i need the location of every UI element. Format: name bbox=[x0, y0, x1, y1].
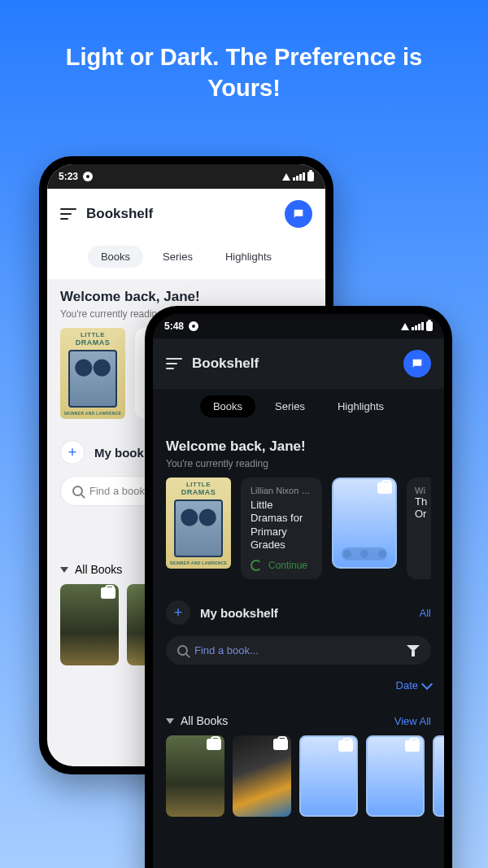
book-thumb[interactable] bbox=[366, 735, 425, 817]
progress-spinner-icon bbox=[251, 560, 262, 571]
wifi-icon bbox=[282, 173, 290, 181]
my-bookshelf-title: My bookshelf bbox=[200, 606, 410, 620]
search-bar[interactable]: Find a book... bbox=[166, 636, 431, 665]
book-badge-icon bbox=[377, 482, 392, 494]
search-placeholder: Find a book... bbox=[194, 644, 400, 656]
statusbar: 5:23 bbox=[47, 164, 325, 189]
cover-art bbox=[68, 350, 117, 408]
dark-screen: 5:48 Bookshelf Books Series Highlights W… bbox=[153, 314, 444, 868]
menu-icon[interactable] bbox=[60, 208, 76, 220]
search-icon bbox=[177, 645, 188, 656]
tab-series[interactable]: Series bbox=[262, 395, 318, 417]
continue-row[interactable]: Continue bbox=[251, 560, 312, 571]
my-bookshelf-row: + My bookshelf All bbox=[166, 600, 431, 625]
card-author: Lillian Nixon Lawre... bbox=[251, 486, 312, 495]
battery-icon bbox=[307, 172, 314, 181]
app-header: Bookshelf bbox=[47, 189, 325, 239]
cover-line1: LITTLE bbox=[186, 481, 211, 488]
peek-author: Wi bbox=[415, 486, 431, 495]
sort-row[interactable]: Date bbox=[166, 679, 431, 691]
caret-icon bbox=[166, 718, 174, 724]
cover-line1: LITTLE bbox=[81, 331, 105, 338]
header-title: Bookshelf bbox=[192, 355, 394, 372]
tab-series[interactable]: Series bbox=[150, 246, 206, 268]
header-title: Bookshelf bbox=[86, 206, 275, 222]
cover-art bbox=[174, 499, 223, 557]
status-app-icon bbox=[83, 172, 93, 181]
tabs: Books Series Highlights bbox=[47, 239, 325, 279]
book-cover-device[interactable] bbox=[332, 478, 397, 569]
reading-row: LITTLE DRAMAS SKINNER AND LAWRENCE Lilli… bbox=[166, 478, 431, 579]
add-book-button[interactable]: + bbox=[166, 600, 190, 625]
status-app-icon bbox=[189, 321, 198, 331]
cover-line2: DRAMAS bbox=[76, 338, 111, 347]
tab-books[interactable]: Books bbox=[200, 395, 255, 417]
chevron-down-icon bbox=[421, 678, 433, 689]
continue-label: Continue bbox=[268, 560, 307, 571]
tab-books[interactable]: Books bbox=[88, 246, 143, 268]
all-books-title: All Books bbox=[181, 714, 388, 727]
cover-publisher: SKINNER AND LAWRENCE bbox=[64, 411, 122, 416]
welcome-text: Welcome back, Jane! bbox=[60, 289, 312, 305]
statusbar: 5:48 bbox=[153, 314, 444, 338]
tab-highlights[interactable]: Highlights bbox=[325, 395, 397, 417]
hero-title: Light or Dark. The Preference is Yours! bbox=[0, 0, 488, 103]
book-thumb[interactable] bbox=[166, 735, 224, 817]
menu-icon[interactable] bbox=[166, 358, 182, 369]
app-header: Bookshelf bbox=[153, 338, 444, 389]
cover-publisher: SKINNER AND LAWRENCE bbox=[170, 560, 228, 565]
book-badge-icon bbox=[405, 740, 420, 752]
reading-card-peek[interactable]: Wi Th Or bbox=[407, 478, 431, 579]
book-cover-little-dramas[interactable]: LITTLE DRAMAS SKINNER AND LAWRENCE bbox=[60, 328, 125, 419]
battery-icon bbox=[426, 321, 433, 331]
status-time: 5:23 bbox=[59, 171, 78, 182]
cover-line2: DRAMAS bbox=[181, 488, 216, 496]
book-thumb[interactable] bbox=[299, 735, 358, 817]
view-all-link[interactable]: View All bbox=[394, 715, 431, 727]
book-thumb[interactable] bbox=[233, 735, 291, 817]
book-badge-icon bbox=[273, 739, 288, 750]
signal-icon bbox=[293, 172, 305, 181]
currently-reading-label: You're currently reading bbox=[166, 458, 431, 469]
card-title: Little Dramas for Primary Grades bbox=[251, 499, 312, 552]
all-books-row[interactable]: All Books View All bbox=[166, 714, 431, 727]
book-badge-icon bbox=[101, 587, 115, 599]
all-link[interactable]: All bbox=[420, 607, 431, 619]
peek-title-2: Or bbox=[415, 508, 431, 520]
signal-icon bbox=[412, 322, 424, 330]
caret-icon bbox=[60, 567, 68, 573]
reading-card[interactable]: Lillian Nixon Lawre... Little Dramas for… bbox=[241, 478, 322, 579]
book-thumb[interactable] bbox=[60, 584, 119, 665]
chat-fab[interactable] bbox=[285, 200, 312, 228]
filter-icon[interactable] bbox=[407, 645, 420, 656]
add-book-button[interactable]: + bbox=[60, 440, 85, 465]
chat-fab[interactable] bbox=[403, 350, 431, 377]
book-badge-icon bbox=[338, 740, 353, 752]
status-time: 5:48 bbox=[164, 321, 184, 332]
book-cover-little-dramas[interactable]: LITTLE DRAMAS SKINNER AND LAWRENCE bbox=[166, 478, 231, 569]
sort-label: Date bbox=[396, 679, 418, 691]
search-icon bbox=[72, 486, 83, 496]
book-thumbs bbox=[166, 735, 431, 817]
wifi-icon bbox=[401, 323, 409, 330]
dark-phone-frame: 5:48 Bookshelf Books Series Highlights W… bbox=[145, 306, 452, 868]
peek-title-1: Th bbox=[415, 495, 431, 508]
tab-highlights[interactable]: Highlights bbox=[212, 246, 285, 268]
book-badge-icon bbox=[207, 739, 221, 750]
welcome-text: Welcome back, Jane! bbox=[166, 438, 431, 455]
book-thumb[interactable] bbox=[433, 735, 444, 817]
tabs: Books Series Highlights bbox=[153, 389, 444, 429]
